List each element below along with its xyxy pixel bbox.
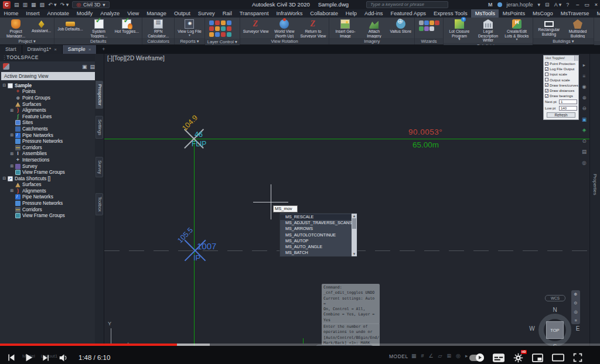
checkbox-icon[interactable]: ✓ [545, 67, 548, 71]
tree-item-surfaces[interactable]: Surfaces [0, 182, 95, 188]
workspace-status-icon[interactable]: ▸ [465, 353, 468, 359]
chevron-down-icon[interactable]: ▾ [189, 34, 190, 37]
menu-tab-mstools[interactable]: MsTools [471, 9, 499, 18]
menu-tab-add-ins[interactable]: Add-ins [360, 9, 387, 18]
nav-tool-icon[interactable]: ◎ [582, 160, 586, 166]
tree-expander-icon[interactable]: ⊞ [9, 188, 15, 193]
hot-toggle-input-scale[interactable]: Input scale [544, 71, 578, 77]
steering-wheel-icon[interactable]: ≡ [574, 318, 577, 322]
osnap-icon[interactable]: ⊞ [447, 353, 452, 359]
tree-item-survey[interactable]: ⊞Survey [0, 163, 95, 170]
tree-expander-icon[interactable]: ⊞ [9, 152, 15, 156]
toolspace-tab-prospector[interactable]: Prospector [96, 81, 103, 109]
tree-item-sites[interactable]: Sites [0, 120, 95, 126]
app-logo-icon[interactable]: C [3, 1, 11, 9]
ribbon-panel-label[interactable]: Project ▾ [0, 38, 54, 44]
nav-tool-icon[interactable]: ▤ [582, 149, 587, 154]
compass-north[interactable]: N [551, 307, 558, 313]
menu-tab-collaborate[interactable]: Collaborate [306, 9, 342, 18]
menu-tab-express tools[interactable]: Express Tools [430, 9, 472, 18]
drawing-canvas[interactable]: [-][Top][2D Wireframe] 104.9 46 FLIP 90.… [104, 54, 600, 351]
compass-west[interactable]: W [529, 325, 536, 332]
menu-tab-mstraverse[interactable]: MsTraverse [557, 9, 593, 18]
orbit-icon[interactable]: ◎ [574, 310, 577, 314]
fullscreen-icon[interactable] [573, 353, 582, 362]
nav-tool-icon[interactable]: ◉ [582, 84, 586, 90]
job-defaults-button[interactable]: Job Defaults... [56, 19, 84, 32]
tree-item-corridors[interactable]: Corridors [0, 207, 95, 213]
undo-icon[interactable]: ↶ ▾ [48, 0, 57, 9]
shapefile-import-button[interactable]: Shapefile Import [596, 19, 600, 38]
annotation-scale-icon[interactable]: ◎ [456, 353, 461, 359]
create-edit-lots-blocks-button[interactable]: Create/Edit Lots & Blocks▾ [503, 19, 531, 41]
new-file-icon[interactable]: ▤ [14, 0, 19, 9]
nav-tool-icon[interactable]: ≡ [583, 73, 586, 79]
palette-grip-icon[interactable] [574, 56, 578, 61]
autocomplete-item[interactable]: MS_AUTOLOTCONTINUE [280, 232, 351, 238]
tree-expander-icon[interactable]: ⊟ [2, 176, 7, 181]
menu-tab-output[interactable]: Output [170, 9, 194, 18]
project-manager-button[interactable]: Project Manager... [2, 19, 30, 38]
tree-item-alignments[interactable]: ⊞Alignments [0, 107, 95, 114]
low-pt-input[interactable]: 140 [559, 106, 577, 111]
menu-tab-mspoints[interactable]: MsPoints [499, 9, 529, 18]
tree-item-alignments[interactable]: ⊞Alignments [0, 188, 95, 194]
layer-tool-icon[interactable] [227, 26, 231, 31]
pan-icon[interactable]: ⊕ [574, 292, 578, 297]
view-log-file-button[interactable]: View Log File▾ [176, 19, 203, 37]
user-avatar[interactable] [497, 2, 502, 7]
return-to-surveyor-view-button[interactable]: Return to Surveyor View [299, 19, 327, 38]
menu-tab-infraworks[interactable]: InfraWorks [272, 9, 306, 18]
scroll-down-icon[interactable]: ▼ [352, 252, 357, 256]
ribbon-panel-label[interactable]: Buildings ▾ [533, 38, 594, 44]
layer-tool-icon[interactable] [221, 32, 226, 37]
command-autocomplete-input[interactable]: MS_mov [273, 205, 298, 212]
chevron-down-icon[interactable]: ▾ [516, 38, 517, 41]
hot-toggle-output-scale[interactable]: Output scale [544, 77, 578, 83]
preview-toggle-icon[interactable]: ▤ [90, 64, 95, 70]
wizard-tool-icon[interactable] [429, 20, 434, 25]
autocomplete-item[interactable]: MS_ADJUST_TRAVERSE_SCANS [280, 220, 351, 226]
help-icon[interactable]: ? [566, 2, 569, 8]
isometric-icon[interactable]: ▱ [438, 353, 442, 359]
plot-icon[interactable]: ▧ [40, 0, 45, 9]
toolspace-tab-survey[interactable]: Survey [96, 157, 103, 177]
checkbox-icon[interactable] [545, 73, 548, 76]
volume-icon[interactable] [59, 353, 69, 363]
close-button[interactable]: × [595, 2, 598, 8]
subtitles-icon[interactable] [493, 353, 504, 362]
redo-icon[interactable]: ↷ ▾ [60, 0, 69, 9]
tree-item-intersections[interactable]: Intersections [0, 157, 95, 163]
signed-in-user[interactable]: jeran.hopfe [507, 2, 533, 8]
polar-tracking-icon[interactable]: ∠ [429, 353, 434, 359]
settings-icon[interactable] [513, 353, 523, 363]
next-pt-input[interactable]: 1 [559, 99, 577, 104]
wizard-tool-icon[interactable] [419, 26, 424, 31]
tree-item-pipe-networks[interactable]: Pipe Networks [0, 194, 95, 201]
autodesk-apps-icon[interactable]: M [488, 2, 493, 8]
nav-tool-icon[interactable]: ⊙ [582, 138, 586, 144]
restore-button[interactable]: ▭ [584, 2, 589, 8]
ribbon-panel-label[interactable]: Layer Control ▾ [205, 39, 240, 45]
model-space-indicator[interactable]: MODEL [389, 353, 408, 359]
attach-imagery-button[interactable]: Attach Imagery [360, 19, 388, 38]
toolspace-tab-settings[interactable]: Settings [96, 116, 103, 139]
nav-tool-icon[interactable]: ▸ [583, 62, 585, 68]
multisided-building-button[interactable]: Multisided Building [564, 19, 592, 38]
autocomplete-item[interactable]: MS_AUTO_ANGLE [280, 244, 351, 250]
palette-grip-icon[interactable]: ⋮ [2, 54, 7, 61]
viewcube-top-face[interactable]: TOP [546, 321, 564, 339]
miniplayer-icon[interactable] [532, 353, 543, 362]
grid-toggle-icon[interactable]: ▦ [411, 353, 417, 359]
rpn-calculator-button[interactable]: RPN Calculator... [144, 19, 172, 38]
menu-tab-modify[interactable]: Modify [73, 9, 96, 18]
wcs-badge[interactable]: WCS [545, 295, 565, 301]
tree-expander-icon[interactable]: ⊞ [9, 133, 15, 138]
layer-tool-icon[interactable] [227, 32, 231, 37]
tree-expander-icon[interactable]: ⊞ [9, 164, 15, 169]
toolspace-tab-toolbox[interactable]: Toolbox [96, 193, 103, 215]
refresh-button[interactable]: Refresh [547, 112, 575, 118]
valtus-store-button[interactable]: Valtus Store [388, 19, 412, 34]
hot-toggle-draw-distances[interactable]: ✓Draw distances [544, 88, 578, 93]
nav-tool-icon[interactable]: ⊖ [582, 105, 586, 111]
